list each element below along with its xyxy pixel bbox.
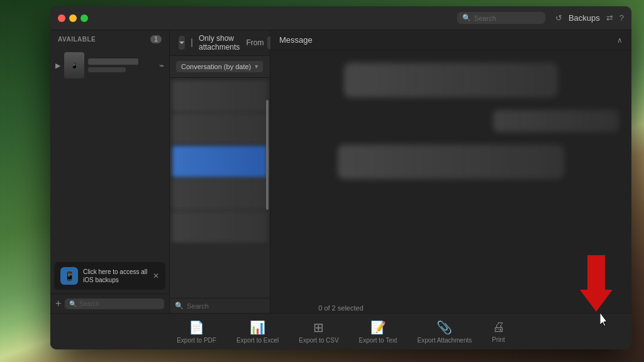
ios-promo-close-button[interactable]: ✕ [153,272,159,280]
arrows-button[interactable]: ⇄ [606,13,613,23]
traffic-lights [58,14,88,22]
print-label: Print [492,336,505,343]
sidebar-search[interactable]: 🔍 Search [65,299,164,309]
export-excel-label: Export to Excel [236,337,279,344]
export-text-button[interactable]: 📝 Export to Text [349,316,408,348]
maximize-button[interactable] [80,14,88,22]
message-bubble-1 [344,63,558,97]
conversations-scrollbar[interactable] [266,100,269,210]
conversations-panel: Only show attachments From 11/19/2013 ⏶ … [170,30,270,313]
conv-search-icon: 🔍 [175,302,184,310]
from-label: From [246,38,264,47]
title-bar: 🔍 Search ↺ Backups ⇄ ? [50,6,631,30]
arrow-body [587,255,605,290]
device-name-blurred [88,58,138,65]
device-sub-blurred [88,67,126,72]
add-button[interactable]: + [55,298,61,309]
sidebar-header: AVAILABLE 1 [50,30,169,48]
close-button[interactable] [58,14,65,22]
only-attachments-label: Only show attachments [199,34,240,52]
window-title: Backups [569,13,600,23]
message-collapse-icon[interactable]: ∧ [617,36,623,45]
highlight-arrow [580,255,613,312]
top-filter-bar: Only show attachments From 11/19/2013 ⏶ … [170,30,270,56]
conv-item-1 [172,80,267,112]
export-text-icon: 📝 [370,320,386,335]
conversation-filter-bar: Conversation (by date) ▼ [170,56,270,78]
only-attachments-checkbox[interactable] [191,38,192,47]
title-controls: ↺ Backups ⇄ ? [555,13,624,23]
three-panel: Only show attachments From 11/19/2013 ⏶ … [170,30,631,313]
export-excel-icon: 📊 [250,320,265,335]
arrow-head [580,290,613,312]
search-placeholder: Search [474,14,496,22]
conversation-sort-label: Conversation (by date) [181,63,251,70]
bottom-toolbar: 0 of 2 selected 📄 Export to PDF 📊 Export… [50,313,631,349]
conv-item-5 [172,211,267,243]
message-header: Message ∧ [270,30,631,50]
conv-item-2 [172,113,267,145]
export-attachments-button[interactable]: 📎 Export Attachments [408,316,482,348]
print-button[interactable]: 🖨 Print [482,316,515,347]
device-chevron-icon: ▶ [55,62,60,70]
search-icon: 🔍 [462,14,471,22]
conversation-search-bar[interactable]: 🔍 Search [170,298,270,313]
app-window: 🔍 Search ↺ Backups ⇄ ? AVAILABLE 1 ▶ 📱 [50,6,631,349]
sidebar-section-label: AVAILABLE [58,36,96,43]
mouse-cursor [600,312,611,327]
device-thumbnail: 📱 [64,52,84,79]
export-pdf-icon: 📄 [189,320,204,335]
export-attachments-label: Export Attachments [418,337,472,344]
sidebar: AVAILABLE 1 ▶ 📱 ⌁ 📱 Click here to access… [50,30,170,313]
export-pdf-button[interactable]: 📄 Export to PDF [167,316,226,348]
minimize-button[interactable] [69,14,77,22]
message-content [270,50,631,313]
back-button[interactable]: ↺ [555,13,562,23]
export-excel-button[interactable]: 📊 Export to Excel [226,316,289,348]
export-csv-button[interactable]: ⊞ Export to CSV [289,316,348,348]
sidebar-count: 1 [150,35,162,43]
ios-promo-icon: 📱 [60,267,78,285]
message-bubble-2 [338,145,564,179]
conversations-list[interactable] [170,78,270,298]
conv-item-3-selected [172,146,267,177]
title-search[interactable]: 🔍 Search [457,12,545,24]
svg-marker-0 [179,41,184,44]
content-area: AVAILABLE 1 ▶ 📱 ⌁ 📱 Click here to access… [50,30,631,313]
message-panel-title: Message [279,35,313,45]
print-icon: 🖨 [492,320,505,334]
export-attachments-icon: 📎 [436,320,452,335]
message-bubble-small [493,110,619,132]
export-pdf-label: Export to PDF [177,337,216,344]
message-panel: Message ∧ [270,30,631,313]
device-info [88,58,155,72]
export-csv-label: Export to CSV [299,337,338,344]
status-bar: 0 of 2 selected [318,302,364,314]
export-csv-icon: ⊞ [313,320,324,335]
conv-item-4 [172,178,267,210]
conversation-sort-dropdown[interactable]: Conversation (by date) ▼ [176,61,263,72]
sort-chevron-icon: ▼ [253,63,259,70]
sidebar-search-icon: 🔍 [69,300,77,307]
export-text-label: Export to Text [359,337,397,344]
sidebar-bottom: + 🔍 Search [50,293,169,313]
ios-promo-text: Click here to access all iOS backups [83,268,148,284]
collapse-button[interactable] [179,36,185,50]
help-button[interactable]: ? [619,13,624,23]
usb-icon: ⌁ [159,60,164,70]
ios-promo-banner: 📱 Click here to access all iOS backups ✕ [54,262,165,290]
conv-search-input[interactable]: Search [187,302,209,310]
sidebar-search-placeholder: Search [79,300,99,307]
conversations-blurred [170,78,270,298]
device-item[interactable]: ▶ 📱 ⌁ [50,48,169,82]
